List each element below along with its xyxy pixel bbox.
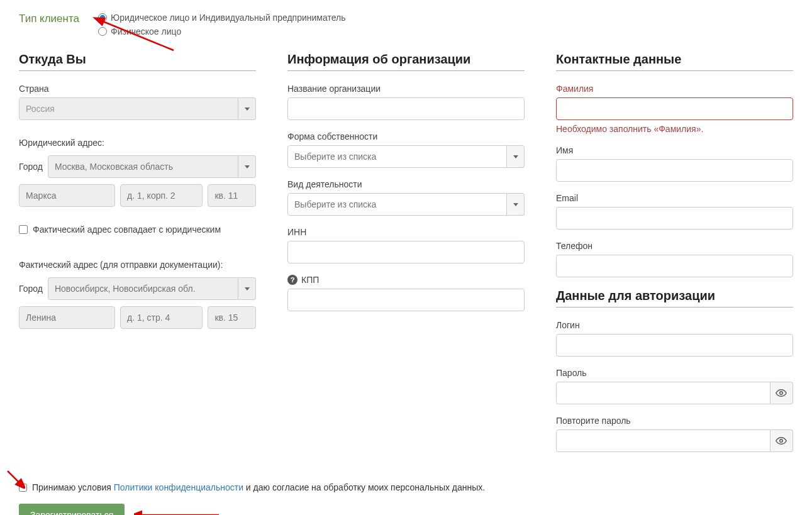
activity-label: Вид деятельности — [287, 179, 525, 189]
ownership-input[interactable] — [287, 145, 507, 168]
org-name-input[interactable] — [287, 97, 525, 120]
radio-legal-entity-input[interactable] — [98, 13, 107, 22]
same-address-label[interactable]: Фактический адрес совпадает с юридически… — [33, 224, 221, 235]
country-label: Страна — [19, 84, 256, 94]
actual-address-label: Фактический адрес (для отправки документ… — [19, 260, 256, 270]
privacy-policy-link[interactable]: Политики конфиденциальности — [114, 482, 243, 492]
inn-label: ИНН — [287, 227, 525, 237]
kpp-help-icon[interactable]: ? — [287, 275, 298, 285]
activity-input[interactable] — [287, 193, 507, 216]
terms-text[interactable]: Принимаю условия Политики конфиденциальн… — [32, 482, 485, 492]
radio-legal-entity[interactable]: Юридическое лицо и Индивидуальный предпр… — [98, 13, 346, 23]
radio-individual-label: Физическое лицо — [111, 26, 181, 36]
login-label: Логин — [556, 320, 793, 330]
legal-city-select[interactable] — [48, 155, 256, 178]
action-row: Зарегистрироваться — [19, 504, 793, 515]
actual-street-input[interactable] — [19, 306, 115, 329]
actual-city-label: Город — [19, 284, 43, 294]
annotation-arrow-register — [134, 509, 222, 515]
svg-point-1 — [780, 392, 783, 395]
legal-city-label: Город — [19, 162, 43, 172]
radio-legal-entity-label: Юридическое лицо и Индивидуальный предпр… — [111, 13, 346, 23]
lastname-input[interactable] — [556, 97, 793, 120]
client-type-radio-group: Юридическое лицо и Индивидуальный предпр… — [98, 13, 346, 36]
ownership-dropdown-toggle[interactable] — [507, 145, 525, 168]
actual-city-input[interactable] — [48, 277, 238, 300]
password-visibility-toggle[interactable] — [770, 382, 793, 404]
client-type-label: Тип клиента — [19, 13, 79, 25]
phone-input[interactable] — [556, 255, 793, 277]
location-column: Откуда Вы Страна Юридический адрес: Горо… — [19, 52, 256, 463]
legal-street-input[interactable] — [19, 184, 115, 207]
email-input[interactable] — [556, 207, 793, 230]
country-input[interactable] — [19, 97, 238, 120]
phone-label: Телефон — [556, 241, 793, 251]
radio-individual-input[interactable] — [98, 27, 107, 36]
repeat-password-label: Повторите пароль — [556, 416, 793, 426]
legal-city-dropdown-toggle[interactable] — [238, 155, 256, 178]
email-label: Email — [556, 193, 793, 203]
contact-title: Контактные данные — [556, 52, 793, 71]
org-title: Информация об организации — [287, 52, 525, 71]
eye-icon — [776, 387, 787, 399]
svg-line-3 — [8, 471, 20, 484]
kpp-label: КПП — [301, 275, 319, 285]
legal-address-label: Юридический адрес: — [19, 138, 256, 148]
eye-icon — [776, 435, 787, 446]
terms-prefix: Принимаю условия — [32, 482, 114, 492]
activity-dropdown-toggle[interactable] — [507, 193, 525, 216]
org-column: Информация об организации Название орган… — [287, 52, 525, 463]
location-title: Откуда Вы — [19, 52, 256, 71]
kpp-input[interactable] — [287, 289, 525, 311]
repeat-password-visibility-toggle[interactable] — [770, 429, 793, 452]
client-type-row: Тип клиента Юридическое лицо и Индивидуа… — [19, 13, 793, 36]
register-button[interactable]: Зарегистрироваться — [19, 504, 125, 515]
login-input[interactable] — [556, 334, 793, 357]
actual-city-select[interactable] — [48, 277, 256, 300]
password-input[interactable] — [556, 382, 770, 404]
terms-suffix: и даю согласие на обработку моих персона… — [243, 482, 485, 492]
actual-apt-input[interactable] — [208, 306, 256, 329]
actual-house-input[interactable] — [120, 306, 203, 329]
firstname-input[interactable] — [556, 159, 793, 182]
inn-input[interactable] — [287, 241, 525, 263]
repeat-password-input[interactable] — [556, 429, 770, 452]
country-dropdown-toggle[interactable] — [238, 97, 256, 120]
terms-row: Принимаю условия Политики конфиденциальн… — [19, 482, 793, 492]
svg-point-2 — [780, 440, 783, 443]
terms-checkbox[interactable] — [19, 484, 27, 492]
lastname-label: Фамилия — [556, 84, 793, 94]
ownership-label: Форма собственности — [287, 131, 525, 141]
lastname-error: Необходимо заполнить «Фамилия». — [556, 124, 793, 134]
legal-apt-input[interactable] — [208, 184, 256, 207]
legal-house-input[interactable] — [120, 184, 203, 207]
legal-city-input[interactable] — [48, 155, 238, 178]
auth-title: Данные для авторизации — [556, 289, 793, 307]
radio-individual[interactable]: Физическое лицо — [98, 26, 346, 36]
org-name-label: Название организации — [287, 84, 525, 94]
same-address-checkbox[interactable] — [19, 225, 28, 234]
activity-select[interactable] — [287, 193, 525, 216]
actual-city-dropdown-toggle[interactable] — [238, 277, 256, 300]
contact-auth-column: Контактные данные Фамилия Необходимо зап… — [556, 52, 793, 463]
country-select[interactable] — [19, 97, 256, 120]
firstname-label: Имя — [556, 145, 793, 155]
password-label: Пароль — [556, 368, 793, 378]
ownership-select[interactable] — [287, 145, 525, 168]
